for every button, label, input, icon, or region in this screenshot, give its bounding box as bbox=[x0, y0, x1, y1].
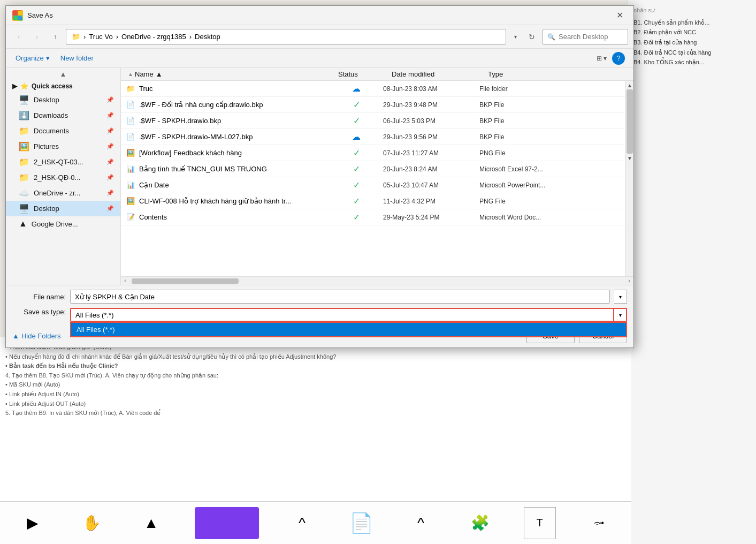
horizontal-scrollbar[interactable]: ‹ › bbox=[121, 276, 633, 285]
col-date-label: Date modified bbox=[392, 70, 434, 78]
sidebar-item-pictures[interactable]: 🖼️ Pictures 📌 bbox=[6, 139, 120, 154]
organize-label: Organize bbox=[16, 54, 44, 62]
sidebar-scroll-up[interactable]: ▲ bbox=[6, 68, 120, 80]
pictures-icon: 🖼️ bbox=[19, 141, 29, 152]
file-status-cell: ✓ bbox=[330, 164, 383, 174]
refresh-button[interactable]: ↻ bbox=[524, 29, 539, 44]
view-toggle-button[interactable]: ⊞ ▾ bbox=[593, 52, 610, 64]
file-status-cell: ✓ bbox=[330, 148, 383, 158]
search-input[interactable] bbox=[559, 33, 617, 41]
app-icon bbox=[12, 10, 23, 21]
sidebar-item-desktop[interactable]: 🖥️ Desktop 📌 bbox=[6, 92, 120, 108]
table-row[interactable]: 📝 Contents ✓ 29-May-23 5:24 PM Microsoft… bbox=[121, 209, 625, 225]
view-caret: ▾ bbox=[604, 55, 607, 62]
file-name-input[interactable] bbox=[70, 290, 610, 304]
table-row[interactable]: 🖼️ [Workflow] Feedback khách hàng ✓ 07-J… bbox=[121, 145, 625, 161]
save-type-dropdown: All Files (*.*) bbox=[70, 322, 627, 337]
dropdown-option-all-files[interactable]: All Files (*.*) bbox=[71, 323, 626, 336]
sidebar-item-hsk-qd[interactable]: 📁 2_HSK-QĐ-0... 📌 bbox=[6, 170, 120, 185]
up-button[interactable]: ↑ bbox=[48, 29, 63, 44]
title-bar: Save As ✕ bbox=[6, 6, 633, 25]
ok-status-icon: ✓ bbox=[353, 197, 360, 206]
png-icon: 🖼️ bbox=[126, 149, 135, 157]
col-date-header[interactable]: Date modified bbox=[392, 70, 488, 78]
table-row[interactable]: 📄 .$WF - Đối trả nhà cung cấp.drawio.bkp… bbox=[121, 97, 625, 113]
file-list: 📁 Truc ☁ 08-Jun-23 8:03 AM File folder 📄… bbox=[121, 81, 625, 276]
file-name-cell: 🖼️ [Workflow] Feedback khách hàng bbox=[126, 149, 330, 157]
documents-pin-icon: 📌 bbox=[106, 127, 114, 134]
table-row[interactable]: 📊 Cận Date ✓ 05-Jul-23 10:47 AM Microsof… bbox=[121, 177, 625, 193]
bkp2-icon: 📄 bbox=[126, 117, 135, 125]
ok-status-icon: ✓ bbox=[353, 164, 360, 173]
desktop-pin-icon: 📌 bbox=[106, 96, 114, 103]
scroll-down-arrow[interactable]: ▼ bbox=[625, 154, 633, 162]
file-name-cell: 📊 Bảng tính thuế TNCN_GUI MS TRUONG bbox=[126, 165, 330, 173]
sidebar-item-onedrive[interactable]: ☁️ OneDrive - zr... 📌 bbox=[6, 185, 120, 201]
close-button[interactable]: ✕ bbox=[612, 8, 627, 23]
file-type-cell: PNG File bbox=[479, 198, 620, 205]
table-row[interactable]: 📁 Truc ☁ 08-Jun-23 8:03 AM File folder bbox=[121, 81, 625, 97]
file-date-cell: 06-Jul-23 5:03 PM bbox=[383, 117, 479, 125]
table-row[interactable]: 🖼️ CLI-WF-008 Hỗ trợ khách hàng giữ bảo … bbox=[121, 193, 625, 209]
h-scroll-left-arrow[interactable]: ‹ bbox=[121, 277, 129, 285]
col-name-header[interactable]: Name ▲ bbox=[135, 70, 338, 78]
h-scroll-thumb[interactable] bbox=[132, 278, 239, 284]
save-type-input[interactable] bbox=[70, 308, 614, 322]
caret-up-tool[interactable]: ^ bbox=[286, 507, 318, 539]
file-status-cell: ☁ bbox=[330, 132, 383, 142]
col-type-header[interactable]: Type bbox=[488, 70, 620, 78]
bkp3-icon: 📄 bbox=[126, 133, 135, 141]
back-icon: ‹ bbox=[18, 33, 20, 41]
cursor-tool[interactable]: ▶ bbox=[17, 507, 49, 539]
help-icon: ? bbox=[616, 54, 620, 62]
new-folder-button[interactable]: New folder bbox=[56, 52, 98, 64]
svg-rect-0 bbox=[13, 11, 18, 16]
h-scroll-right-arrow[interactable]: › bbox=[625, 277, 633, 285]
downloads-pin-icon: 📌 bbox=[106, 112, 114, 119]
file-date-cell: 29-Jun-23 9:56 PM bbox=[383, 133, 479, 141]
quick-access-caret: ▶ bbox=[12, 82, 17, 90]
diagram-background: • Thêm câu chọn "Mức giảm giá" (Done) • … bbox=[0, 337, 631, 503]
sidebar-item-desktop2[interactable]: 🖥️ Desktop 📌 bbox=[6, 201, 120, 216]
new-folder-label: New folder bbox=[60, 54, 94, 62]
sidebar-item-hsk-qt[interactable]: 📁 2_HSK-QT-03... 📌 bbox=[6, 154, 120, 170]
file-name-cell: 📁 Truc bbox=[126, 85, 330, 93]
sidebar: ▲ ▶ ⭐ Quick access 🖥️ Desktop 📌 ⬇️ Downl… bbox=[6, 68, 121, 285]
hide-folders-label: Hide Folders bbox=[21, 332, 61, 340]
dialog-bottom: File name: ▾ Save as type: ▾ All Files bbox=[6, 285, 633, 347]
file-status-cell: ✓ bbox=[330, 212, 383, 222]
sidebar-item-google-drive[interactable]: ▲ Google Drive... bbox=[6, 216, 120, 231]
forward-button[interactable]: › bbox=[29, 29, 44, 44]
hand-tool[interactable]: ✋ bbox=[76, 507, 108, 539]
file-type-cell: Microsoft Word Doc... bbox=[479, 214, 620, 221]
organize-button[interactable]: Organize ▾ bbox=[11, 52, 54, 64]
file-type-cell: File folder bbox=[479, 85, 620, 93]
puzzle-icon: 🧩 bbox=[464, 507, 497, 539]
h-scroll-track[interactable] bbox=[129, 278, 625, 284]
table-row[interactable]: 📄 .$WF - SPKPH.drawio.bkp ✓ 06-Jul-23 5:… bbox=[121, 113, 625, 129]
scroll-up-arrow[interactable]: ▲ bbox=[625, 81, 633, 89]
file-name-dropdown-button[interactable]: ▾ bbox=[614, 290, 627, 304]
caret-up-tool2[interactable]: ^ bbox=[405, 507, 437, 539]
scroll-thumb[interactable] bbox=[627, 89, 633, 154]
col-status-header[interactable]: Status bbox=[338, 70, 392, 78]
hide-folders-button[interactable]: ▲ Hide Folders bbox=[12, 332, 61, 340]
file-date-cell: 07-Jul-23 11:27 AM bbox=[383, 149, 479, 157]
curve-tool[interactable]: ⤼• bbox=[583, 507, 615, 539]
sidebar-item-downloads[interactable]: ⬇️ Downloads 📌 bbox=[6, 108, 120, 123]
hsk-qt-icon: 📁 bbox=[19, 157, 29, 167]
text-tool[interactable]: T bbox=[524, 507, 556, 539]
help-button[interactable]: ? bbox=[612, 52, 625, 65]
vertical-scrollbar[interactable]: ▲ ▼ bbox=[625, 81, 633, 276]
sidebar-item-documents[interactable]: 📁 Documents 📌 bbox=[6, 123, 120, 139]
breadcrumb-dropdown-button[interactable]: ▾ bbox=[509, 29, 521, 44]
back-button[interactable]: ‹ bbox=[11, 29, 26, 44]
table-row[interactable]: 📄 .$WF - SPKPH.drawio-MM-L027.bkp ☁ 29-J… bbox=[121, 129, 625, 145]
cloud-status-icon: ☁ bbox=[352, 84, 361, 93]
table-row[interactable]: 📊 Bảng tính thuế TNCN_GUI MS TRUONG ✓ 20… bbox=[121, 161, 625, 177]
save-type-dropdown-button[interactable]: ▾ bbox=[614, 308, 627, 322]
ok-status-icon: ✓ bbox=[353, 180, 360, 190]
breadcrumb-bar[interactable]: 📁 › Truc Vo › OneDrive - zrgq1385 › Desk… bbox=[66, 29, 506, 45]
save-as-dialog: Save As ✕ ‹ › ↑ 📁 › Truc Vo › OneDrive -… bbox=[5, 5, 634, 348]
google-drive-icon: ▲ bbox=[19, 219, 27, 229]
